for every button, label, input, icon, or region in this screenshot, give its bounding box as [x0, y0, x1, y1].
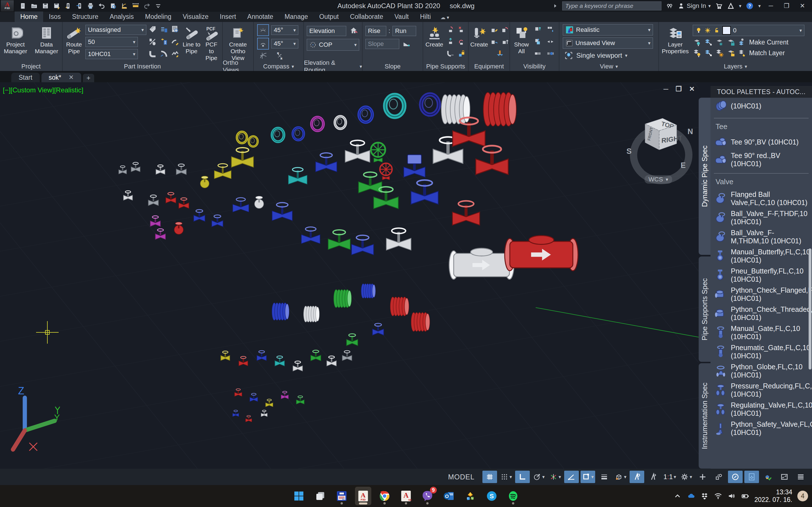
support-move-icon[interactable] [446, 37, 455, 46]
palette-item-valve-0[interactable]: Flanged Ball Valve,FL,C,10 (10HC01) [711, 189, 812, 208]
palette-item-tee-1[interactable]: Tee 90° red.,BV (10HC01) [711, 150, 812, 169]
tray-volume-icon[interactable] [727, 492, 736, 500]
pcf-to-pipe-button[interactable]: PCF PCF to Pipe [202, 24, 221, 61]
status-drawing-check[interactable] [761, 471, 775, 483]
sign-in-button[interactable]: Sign In ▾ [678, 2, 711, 10]
save-as-icon[interactable] [53, 2, 60, 10]
palette-item-valve-5[interactable]: Python_Check_Flanged,FL,C,10 (10HC01) [711, 285, 812, 304]
taskbar-viber[interactable]: 9 [419, 487, 436, 505]
pipe-edit-icon[interactable] [170, 50, 180, 59]
ribbon-tab-isos[interactable]: Isos [43, 11, 66, 22]
ribbon-tab-home[interactable]: Home [15, 11, 43, 22]
equipment-attach-icon[interactable] [490, 37, 499, 46]
match-layer-icon[interactable] [738, 48, 747, 57]
tray-wifi-icon[interactable] [714, 492, 722, 500]
line-to-pipe-button[interactable]: Line to Pipe [183, 24, 201, 55]
model-space-button[interactable]: MODEL [448, 473, 474, 481]
layer-isolate-icon[interactable] [704, 38, 713, 47]
elevation-magnet-icon[interactable] [349, 26, 358, 36]
measure-angle-icon[interactable] [121, 2, 128, 10]
qat-customize-icon[interactable] [154, 2, 162, 10]
ribbon-tab-visualize[interactable]: Visualize [177, 11, 214, 22]
palette-item-valve-12[interactable]: Python_Safety_Valve,FL,C,10 (10HC01) [711, 419, 812, 438]
taskbar-spotify[interactable] [505, 487, 521, 505]
share-mobile-icon[interactable] [75, 2, 83, 10]
tray-dropbox-icon[interactable] [700, 492, 709, 500]
palette-item-valve-8[interactable]: Pneumatic_Gate,FL,C,10 (10HC01) [711, 342, 812, 361]
status-fullscreen[interactable] [777, 471, 792, 483]
undo-icon[interactable] [98, 2, 105, 10]
palette-item-valve-6[interactable]: Python_Check_Threaded,THDF,10 (10HC01) [711, 304, 812, 323]
snap-points-icon[interactable]: xx [275, 51, 284, 60]
slope-input[interactable]: Slope [365, 39, 399, 49]
viewcube-cube[interactable]: TOP RIGHT FRONT [637, 114, 682, 156]
palette-item-valve-2[interactable]: Ball_Valve_F-M,THDM,10 (10HC01) [711, 227, 812, 246]
tray-chevron-up-icon[interactable] [673, 492, 682, 500]
open-icon[interactable] [31, 2, 38, 10]
layer-state-icon[interactable] [534, 49, 543, 58]
vp-close-icon[interactable]: ✕ [689, 85, 695, 93]
taskbar-skype[interactable]: S [484, 487, 500, 505]
ribbon-tab-annotate[interactable]: Annotate [242, 11, 279, 22]
ribbon-tab-insert[interactable]: Insert [214, 11, 242, 22]
compass-angle-1-select[interactable]: 45°▾ [271, 25, 298, 35]
tray-onedrive-icon[interactable] [687, 492, 695, 500]
new-icon[interactable] [19, 2, 27, 10]
tag-icon[interactable] [148, 25, 157, 34]
status-3d-object-snap[interactable]: ▾ [613, 471, 628, 483]
status-object-snap-tracking[interactable] [564, 471, 579, 483]
equipment-modify-icon[interactable] [490, 25, 499, 34]
taskbar-start[interactable] [291, 487, 307, 505]
layer-properties-button[interactable]: Layer Properties [661, 24, 690, 55]
compass-toggle-1[interactable] [257, 24, 269, 36]
layer-lock-icon[interactable] [726, 38, 735, 47]
status-snap[interactable]: ▾ [499, 471, 513, 483]
cart-icon[interactable] [715, 2, 723, 10]
elevation-input[interactable]: Elevation [307, 26, 346, 36]
drawing-viewport[interactable]: [−][Custom View][Realistic] ─ ❐ ✕ N E S … [0, 82, 699, 469]
status-grid[interactable] [483, 471, 497, 483]
equipment-convert-icon[interactable] [500, 25, 509, 34]
routing-mode-select[interactable]: COP ▾ [307, 39, 359, 51]
close-button[interactable]: ✕ [797, 2, 808, 10]
view-cube[interactable]: N E S TOP RIGHT FRONT WCS ▾ [627, 114, 695, 184]
create-equipment-button[interactable]: Create [470, 24, 488, 48]
vp-minimize-icon[interactable]: ─ [663, 85, 668, 93]
status-object-snap[interactable]: ▾ [580, 471, 595, 483]
palette-item-valve-10[interactable]: Pressure_Reducing,FL,C,10 (10HC01) [711, 381, 812, 400]
data-manager-button[interactable]: Data Manager [33, 24, 60, 55]
named-view-select[interactable]: Unsaved View ▾ [563, 38, 653, 49]
hide-water-icon[interactable] [546, 25, 555, 34]
save-icon[interactable] [42, 2, 49, 10]
visual-style-select[interactable]: Realistic ▾ [563, 24, 653, 36]
search-icon[interactable] [666, 2, 673, 10]
ribbon-tab-modeling[interactable]: Modeling [140, 11, 177, 22]
ribbon-tab-vault[interactable]: Vault [389, 11, 414, 22]
ribbon-tab-hilti[interactable]: Hilti [414, 11, 437, 22]
tool-palettes-title[interactable]: TOOL PALETTES - AUTOC... [711, 86, 812, 98]
insert-fitting-icon[interactable] [159, 37, 168, 46]
support-lock-icon[interactable] [457, 49, 466, 58]
status-annotation-scale[interactable]: 1:1▾ [662, 471, 677, 483]
compass-east[interactable]: E [680, 161, 686, 170]
create-ortho-view-button[interactable]: Create Ortho View [224, 24, 252, 61]
ribbon-tab-manage[interactable]: Manage [279, 11, 313, 22]
palette-tab-dynamic-pipe-spec[interactable]: Dynamic Pipe Spec [699, 98, 711, 255]
layer-walk-icon[interactable] [704, 48, 713, 57]
layer-freeze-icon[interactable] [715, 38, 724, 47]
taskbar-autocad-se[interactable]: ASE [398, 487, 414, 505]
support-attach-icon[interactable] [446, 25, 455, 34]
status-ortho[interactable] [515, 471, 530, 483]
print-icon[interactable] [87, 2, 94, 10]
elevation-expand-icon[interactable]: ▾ [359, 64, 362, 69]
palette-item-valve-3[interactable]: Manual_Butterfly,FL,C,10 (10HC01) [711, 246, 812, 266]
status-customization[interactable] [794, 471, 808, 483]
slope-display-icon[interactable] [402, 40, 411, 48]
taskbar-task-view[interactable] [312, 487, 328, 505]
xray-icon[interactable] [546, 49, 555, 58]
status-clean-screen[interactable] [728, 471, 743, 483]
ribbon-tab-output[interactable]: Output [313, 11, 344, 22]
layers-expand-icon[interactable]: ▾ [745, 64, 747, 69]
status-isodraft[interactable]: ▾ [548, 471, 562, 483]
palette-item-valve-9[interactable]: Python_Globe,FL,C,10 (10HC01) [711, 361, 812, 381]
